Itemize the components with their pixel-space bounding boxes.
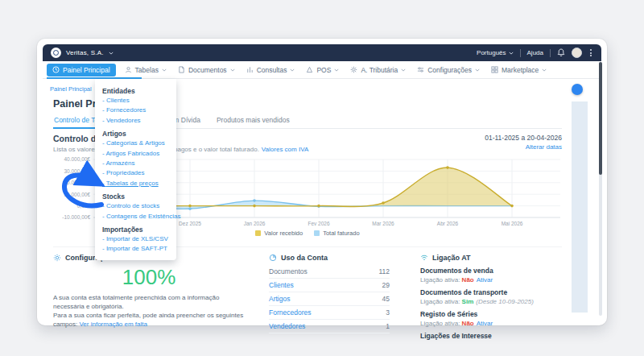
notifications-bell-icon[interactable] bbox=[557, 48, 565, 57]
scrollbar-thumb[interactable] bbox=[599, 62, 602, 175]
ativar-link[interactable]: Ativar bbox=[477, 276, 493, 284]
divider bbox=[520, 49, 521, 57]
usage-link-vendedores[interactable]: Vendedores bbox=[269, 322, 305, 330]
data-point[interactable] bbox=[446, 166, 449, 169]
menu-item-importar-xls-csv[interactable]: Importar de XLS/CSV bbox=[102, 234, 169, 244]
menu-item-fornecedores[interactable]: Fornecedores bbox=[102, 106, 169, 115]
legend-swatch bbox=[314, 230, 320, 236]
usage-row: Fornecedores3 bbox=[269, 306, 390, 320]
menu-item-tabelas-de-precos[interactable]: Tabelas de preços bbox=[102, 179, 169, 188]
data-point[interactable] bbox=[253, 199, 256, 202]
data-point[interactable] bbox=[510, 205, 514, 208]
breadcrumb[interactable]: Painel Principal bbox=[50, 85, 92, 93]
usage-link-clientes[interactable]: Clientes bbox=[269, 281, 294, 289]
config-line1: A sua conta está totalmente preenchida c… bbox=[53, 294, 219, 310]
bottom-sections: Configurações 100% A sua conta está tota… bbox=[53, 246, 562, 340]
y-tick-label: 40.000,00€ bbox=[64, 156, 90, 162]
nav-item-consultas[interactable]: Consultas bbox=[241, 64, 301, 77]
menu-item-armazens[interactable]: Armazéns bbox=[102, 159, 169, 168]
scrollbar-track[interactable] bbox=[599, 62, 602, 316]
status-label: Ligação ativa: bbox=[420, 276, 460, 284]
alterar-datas-link[interactable]: Alterar datas bbox=[485, 143, 562, 151]
x-tick-label: Mai 2026 bbox=[502, 221, 523, 226]
y-tick-label: -10.000,00€ bbox=[62, 214, 90, 220]
user-avatar[interactable] bbox=[572, 48, 582, 58]
ligacao-at-header: Ligação AT bbox=[420, 254, 562, 262]
nav-label: Marketplace bbox=[502, 66, 539, 74]
at-entry-name: Documentos de venda bbox=[420, 267, 562, 275]
section-title: Controlo de Tesouraria bbox=[53, 134, 308, 143]
chevron-down-icon bbox=[290, 68, 295, 72]
menu-item-artigos-fabricados[interactable]: Artigos Fabricados bbox=[102, 149, 169, 159]
menu-section-stocks: Stocks bbox=[102, 192, 169, 201]
chevron-down-icon bbox=[334, 68, 339, 72]
x-tick-label: Mar 2026 bbox=[372, 221, 394, 226]
menu-item-clientes[interactable]: Clientes bbox=[102, 96, 169, 106]
kebab-menu-icon[interactable] bbox=[588, 48, 593, 57]
document-icon bbox=[178, 66, 185, 73]
tabelas-dropdown-menu: Entidades Clientes Fornecedores Vendedor… bbox=[95, 79, 176, 260]
usage-row: Documentos112 bbox=[269, 265, 390, 279]
language-selector[interactable]: Português bbox=[477, 49, 513, 56]
menu-item-propriedades[interactable]: Propriedades bbox=[102, 168, 169, 178]
menu-item-importar-saft-pt[interactable]: Importar de SAFT-PT bbox=[102, 244, 169, 254]
status-badge: Não bbox=[462, 276, 474, 284]
side-strip bbox=[572, 101, 588, 313]
nav-item-painel-principal[interactable]: Painel Principal bbox=[47, 64, 116, 77]
ativar-link[interactable]: Ativar bbox=[477, 320, 493, 327]
usage-value: 112 bbox=[378, 267, 390, 275]
data-point[interactable] bbox=[253, 205, 256, 208]
usage-link-fornecedores[interactable]: Fornecedores bbox=[269, 308, 311, 317]
nav-label: Documentos bbox=[188, 66, 227, 74]
nav-item-documentos[interactable]: Documentos bbox=[172, 64, 241, 77]
valores-com-iva-link[interactable]: Valores com IVA bbox=[262, 146, 308, 153]
completion-percent: 100% bbox=[53, 265, 245, 290]
nav-item-tabelas[interactable]: Tabelas bbox=[119, 64, 172, 77]
topbar: Veritas, S.A. Português Ajuda bbox=[43, 44, 601, 61]
data-point[interactable] bbox=[188, 207, 192, 210]
nav-item-configuracoes[interactable]: Configurações bbox=[411, 64, 485, 77]
status-badge: Sim bbox=[462, 298, 474, 305]
usage-link-artigos[interactable]: Artigos bbox=[269, 295, 290, 303]
usage-value: 29 bbox=[382, 281, 390, 289]
data-point[interactable] bbox=[317, 205, 320, 208]
menu-item-controlo-de-stocks[interactable]: Controlo de stocks bbox=[102, 201, 169, 211]
floating-action-button[interactable] bbox=[572, 84, 583, 95]
app-window: Veritas, S.A. Português Ajuda Painel Pri… bbox=[37, 39, 607, 325]
tab-produtos-mais-vendidos[interactable]: Produtos mais vendidos bbox=[216, 114, 291, 128]
nav-label: POS bbox=[316, 66, 331, 74]
usage-value: 3 bbox=[386, 308, 390, 317]
menu-item-contagens-de-existencias[interactable]: Contagens de Existências bbox=[102, 212, 169, 221]
chevron-down-icon bbox=[509, 51, 514, 56]
section-subtitle: Lista os valores dos pagos e o valor tot… bbox=[53, 146, 308, 153]
y-tick-label: 0,00€ bbox=[77, 203, 91, 209]
nav-item-a-tributaria[interactable]: A. Tributária bbox=[345, 64, 411, 77]
chevron-down-icon bbox=[109, 51, 114, 56]
clock-icon bbox=[52, 66, 60, 73]
company-name: Veritas, S.A. bbox=[66, 49, 104, 56]
chevron-down-icon bbox=[542, 68, 547, 72]
status-badge: Não bbox=[462, 320, 474, 327]
legend-valor-recebido: Valor recebido bbox=[255, 230, 303, 237]
nav-item-marketplace[interactable]: Marketplace bbox=[485, 64, 552, 77]
status-note: (Desde 10-09-2025) bbox=[476, 298, 534, 305]
help-link[interactable]: Ajuda bbox=[527, 49, 543, 56]
usage-row: Artigos45 bbox=[269, 292, 390, 306]
ver-informacao-link[interactable]: Ver informação em falta bbox=[79, 321, 147, 328]
at-entry-name: Registo de Séries bbox=[420, 310, 562, 318]
chevron-down-icon bbox=[401, 68, 406, 72]
uso-da-conta-header: Uso da Conta bbox=[269, 254, 390, 262]
menu-item-categorias-artigos[interactable]: Categorias & Artigos bbox=[102, 139, 169, 148]
nav-item-pos[interactable]: POS bbox=[300, 64, 345, 77]
data-point[interactable] bbox=[382, 201, 385, 205]
menu-section-artigos: Artigos bbox=[102, 129, 169, 139]
data-point[interactable] bbox=[188, 205, 192, 208]
grid-icon bbox=[491, 66, 498, 73]
chevron-down-icon bbox=[475, 68, 480, 72]
subtitle-text: pagos e o valor total faturado. bbox=[174, 146, 259, 153]
menu-item-vendedores[interactable]: Vendedores bbox=[102, 116, 169, 126]
menu-section-importacoes: Importações bbox=[102, 225, 169, 234]
company-selector[interactable]: Veritas, S.A. bbox=[51, 48, 114, 58]
legend-label: Valor recebido bbox=[264, 230, 303, 237]
at-entry-name: Ligações de Interesse bbox=[420, 332, 562, 340]
